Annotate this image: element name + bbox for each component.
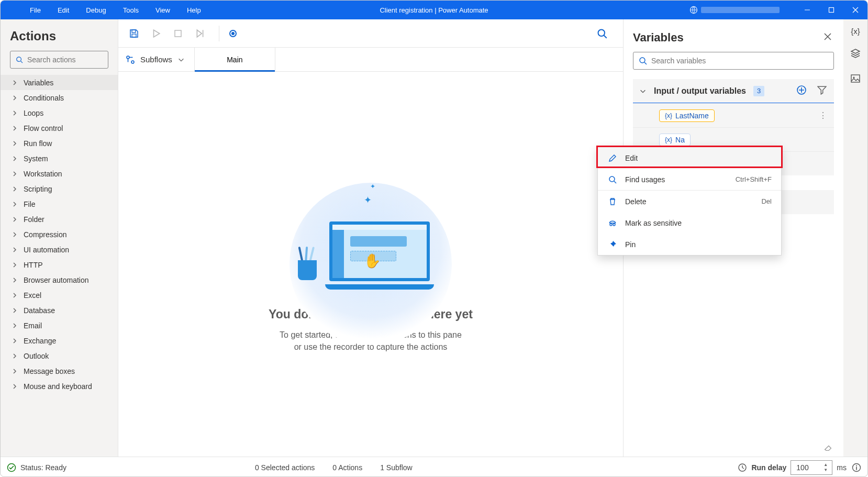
menu-tools[interactable]: Tools [115,2,147,18]
chevron-right-icon [12,352,17,360]
action-category-item[interactable]: Loops [1,105,118,120]
eraser-icon [824,443,833,452]
action-category-label: Loops [24,109,43,117]
chevron-right-icon [12,382,17,391]
right-rail: {x} [843,19,867,457]
action-category-label: Database [24,306,55,315]
action-category-item[interactable]: Outlook [1,348,118,363]
context-menu-mark-as-sensitive[interactable]: Mark as sensitive [598,212,781,234]
action-category-item[interactable]: Conditionals [1,90,118,105]
action-category-item[interactable]: Exchange [1,333,118,348]
action-category-item[interactable]: Compression [1,227,118,242]
svg-rect-22 [856,467,857,470]
pencil-icon [607,154,618,162]
environment-name-redacted [701,7,780,13]
context-menu-label: Edit [625,154,638,162]
step-button[interactable] [192,25,208,42]
context-menu-label: Pin [625,240,636,249]
action-category-item[interactable]: Scripting [1,181,118,196]
environment-picker[interactable] [689,6,780,14]
action-category-item[interactable]: Flow control [1,120,118,136]
variables-search-input[interactable] [651,57,828,65]
variable-more-button[interactable]: ⋮ [819,110,828,120]
context-menu-pin[interactable]: Pin [598,234,781,255]
variable-chip[interactable]: {x}Na [659,134,691,146]
actions-category-list[interactable]: VariablesConditionalsLoopsFlow controlRu… [1,75,118,394]
save-button[interactable] [126,25,142,42]
menu-view[interactable]: View [147,2,179,18]
actions-search-input[interactable] [27,56,103,64]
action-category-item[interactable]: Browser automation [1,272,118,287]
context-menu-edit[interactable]: Edit [598,147,781,169]
add-variable-button[interactable] [796,85,807,97]
tab-main[interactable]: Main [195,48,275,71]
globe-icon [689,6,698,14]
action-category-item[interactable]: Run flow [1,136,118,151]
rail-ui-elements-button[interactable] [850,48,861,61]
variable-row-lastname[interactable]: {x}LastName ⋮ [633,103,834,127]
action-category-item[interactable]: HTTP [1,257,118,272]
menu-file[interactable]: File [21,2,49,18]
variable-label: LastName [675,112,709,120]
variables-search[interactable] [633,52,834,70]
info-icon[interactable] [852,463,861,472]
pin-icon [607,240,618,249]
window-close-button[interactable] [843,1,867,19]
recorder-button[interactable] [225,25,241,42]
action-category-label: Conditionals [24,94,64,102]
chevron-right-icon [12,337,17,345]
action-category-item[interactable]: Database [1,303,118,318]
action-category-item[interactable]: Email [1,318,118,333]
io-variables-count: 3 [753,86,764,96]
status-selected-actions: 0 Selected actions [255,463,315,472]
svg-rect-2 [829,8,834,13]
action-category-label: Workstation [24,170,62,178]
status-actions-count: 0 Actions [332,463,362,472]
search-flow-button[interactable] [594,25,610,42]
action-category-item[interactable]: Message boxes [1,363,118,379]
action-category-label: Excel [24,291,41,299]
run-delay-input[interactable]: 100 ▲▼ [791,460,832,475]
empty-state-illustration: ✦ ✦ ✦ ✦ ✋ [290,175,452,293]
chevron-right-icon [12,261,17,269]
variable-icon: {x} [665,112,672,119]
window-maximize-button[interactable] [819,1,843,19]
variables-close-button[interactable] [824,32,832,43]
action-category-item[interactable]: Excel [1,287,118,303]
menu-debug[interactable]: Debug [77,2,114,18]
chevron-right-icon [12,94,17,102]
action-category-item[interactable]: System [1,151,118,166]
clear-variables-button[interactable] [624,439,843,457]
rail-images-button[interactable] [850,73,861,86]
svg-rect-6 [132,34,136,37]
run-button[interactable] [148,25,164,42]
action-category-item[interactable]: Folder [1,212,118,227]
menu-help[interactable]: Help [179,2,209,18]
action-category-item[interactable]: Workstation [1,166,118,181]
action-category-item[interactable]: File [1,196,118,212]
actions-search[interactable] [10,51,108,69]
action-category-item[interactable]: UI automation [1,242,118,257]
context-menu-delete[interactable]: DeleteDel [598,191,781,212]
window-minimize-button[interactable] [795,1,819,19]
run-delay-spinner[interactable]: ▲▼ [824,461,831,474]
io-variables-header[interactable]: Input / output variables 3 [633,79,834,103]
filter-variables-button[interactable] [817,85,827,97]
rail-variables-button[interactable]: {x} [851,27,860,36]
action-category-item[interactable]: Variables [1,75,118,90]
subflows-dropdown[interactable]: Subflows [118,48,195,71]
context-menu-find-usages[interactable]: Find usagesCtrl+Shift+F [598,169,781,190]
variable-chip[interactable]: {x}LastName [659,109,715,122]
svg-point-3 [17,57,21,62]
context-menu-label: Delete [625,197,646,206]
record-icon [229,30,237,37]
save-icon [129,28,139,39]
action-category-label: Mouse and keyboard [24,382,92,391]
empty-canvas[interactable]: ✦ ✦ ✦ ✦ ✋ You don't have any actions her… [118,72,623,457]
chevron-right-icon [12,170,17,178]
menu-edit[interactable]: Edit [49,2,77,18]
svg-line-24 [614,181,616,183]
stop-button[interactable] [170,25,186,42]
action-category-item[interactable]: Mouse and keyboard [1,379,118,394]
designer-toolbar [118,19,623,48]
